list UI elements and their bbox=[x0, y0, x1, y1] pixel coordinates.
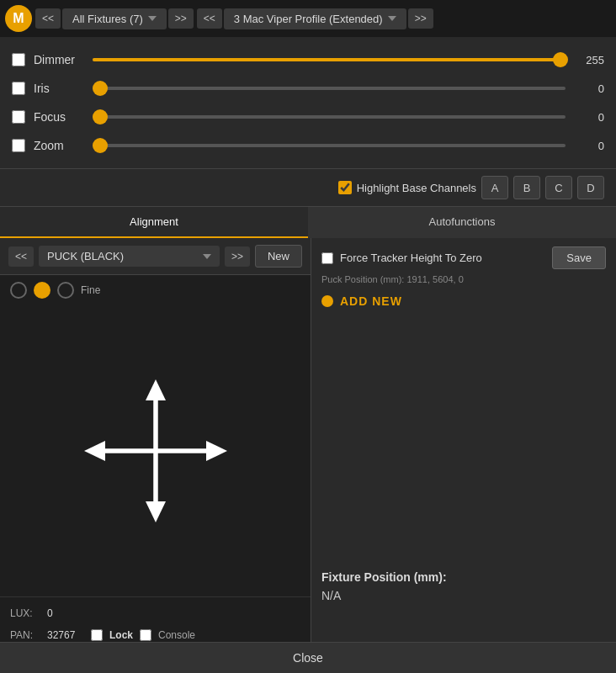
dimmer-label: Dimmer bbox=[34, 53, 84, 66]
letter-btn-c[interactable]: C bbox=[545, 176, 572, 199]
joystick-container[interactable] bbox=[0, 305, 311, 596]
force-tracker-checkbox[interactable] bbox=[321, 252, 333, 264]
zoom-track[interactable] bbox=[93, 144, 566, 147]
dimmer-thumb[interactable] bbox=[553, 52, 568, 67]
pan-console-checkbox[interactable] bbox=[140, 629, 151, 641]
dimmer-row: Dimmer 255 bbox=[12, 45, 604, 74]
puck-dropdown-icon bbox=[203, 254, 211, 259]
nav1-next-btn[interactable]: >> bbox=[168, 8, 194, 29]
precision-label: Fine bbox=[81, 284, 100, 296]
letter-btn-d[interactable]: D bbox=[577, 176, 604, 199]
save-button[interactable]: Save bbox=[552, 246, 606, 269]
lux-row: LUX: 0 bbox=[10, 602, 300, 624]
iris-value: 0 bbox=[574, 82, 604, 95]
zoom-row: Zoom 0 bbox=[12, 131, 604, 160]
nav2-dropdown-icon bbox=[388, 16, 396, 21]
joystick-svg bbox=[72, 367, 240, 535]
pan-console-label: Console bbox=[158, 629, 195, 641]
svg-marker-3 bbox=[146, 501, 166, 522]
nav-group-1: << All Fixtures (7) >> bbox=[35, 8, 194, 29]
focus-track[interactable] bbox=[93, 115, 566, 119]
nav2-label[interactable]: 3 Mac Viper Profile (Extended) bbox=[224, 8, 406, 29]
iris-row: Iris 0 bbox=[12, 74, 604, 103]
zoom-thumb[interactable] bbox=[93, 138, 108, 153]
puck-prev-btn[interactable]: << bbox=[8, 246, 34, 267]
svg-marker-1 bbox=[146, 379, 166, 400]
force-tracker-row: Force Tracker Height To Zero Save bbox=[321, 246, 606, 269]
nav1-dropdown-icon bbox=[148, 16, 157, 21]
close-bar[interactable]: Close bbox=[0, 642, 616, 673]
sliders-section: Dimmer 255 Iris 0 Focus 0 bbox=[0, 37, 616, 169]
letter-btn-a[interactable]: A bbox=[481, 176, 508, 199]
add-new-dot-icon bbox=[321, 295, 333, 307]
right-panel: Force Tracker Height To Zero Save Puck P… bbox=[311, 238, 616, 673]
force-tracker-label: Force Tracker Height To Zero bbox=[340, 252, 545, 264]
pan-value: 32767 bbox=[47, 629, 84, 641]
iris-track[interactable] bbox=[93, 87, 566, 90]
zoom-label: Zoom bbox=[34, 139, 84, 152]
new-puck-btn[interactable]: New bbox=[255, 245, 302, 268]
focus-row: Focus 0 bbox=[12, 103, 604, 131]
add-new-text: ADD NEW bbox=[340, 294, 402, 308]
tab-autofunctions[interactable]: Autofunctions bbox=[308, 207, 616, 238]
puck-position: Puck Position (mm): 1911, 5604, 0 bbox=[321, 274, 606, 284]
pan-label: PAN: bbox=[10, 629, 40, 641]
highlight-label: Highlight Base Channels bbox=[357, 182, 476, 194]
nav2-next-btn[interactable]: >> bbox=[408, 8, 433, 29]
zoom-checkbox[interactable] bbox=[12, 139, 25, 152]
lux-value: 0 bbox=[47, 607, 84, 619]
letter-btn-b[interactable]: B bbox=[513, 176, 540, 199]
nav1-label[interactable]: All Fixtures (7) bbox=[62, 8, 167, 29]
precision-fine[interactable] bbox=[34, 282, 50, 299]
precision-row: Fine bbox=[0, 275, 311, 305]
pan-lock-label: Lock bbox=[109, 629, 133, 641]
nav2-prev-btn[interactable]: << bbox=[197, 8, 222, 29]
panels-area: << PUCK (BLACK) >> New Fine bbox=[0, 238, 616, 673]
puck-next-btn[interactable]: >> bbox=[225, 246, 250, 267]
iris-thumb[interactable] bbox=[93, 81, 108, 96]
puck-label[interactable]: PUCK (BLACK) bbox=[39, 246, 220, 267]
highlight-row: Highlight Base Channels A B C D bbox=[0, 169, 616, 207]
tab-bar: Alignment Autofunctions bbox=[0, 207, 616, 238]
focus-value: 0 bbox=[574, 111, 604, 124]
puck-toolbar: << PUCK (BLACK) >> New bbox=[0, 238, 311, 275]
svg-marker-5 bbox=[84, 441, 105, 461]
dimmer-fill bbox=[93, 58, 560, 61]
focus-label: Focus bbox=[34, 110, 84, 124]
nav1-prev-btn[interactable]: << bbox=[35, 8, 61, 29]
iris-label: Iris bbox=[34, 82, 84, 95]
joystick-area: Fine bbox=[0, 275, 311, 673]
lux-label: LUX: bbox=[10, 607, 40, 619]
dimmer-value: 255 bbox=[574, 54, 604, 66]
zoom-value: 0 bbox=[574, 140, 604, 152]
fixture-position-value: N/A bbox=[321, 589, 606, 602]
precision-extra[interactable] bbox=[57, 282, 74, 299]
highlight-checkbox[interactable] bbox=[338, 181, 352, 194]
top-bar: M << All Fixtures (7) >> << 3 Mac Viper … bbox=[0, 0, 616, 37]
dimmer-track[interactable] bbox=[93, 58, 566, 61]
pan-lock-checkbox[interactable] bbox=[91, 629, 103, 641]
svg-marker-7 bbox=[206, 441, 227, 461]
precision-coarse[interactable] bbox=[10, 282, 27, 299]
iris-checkbox[interactable] bbox=[12, 82, 25, 95]
nav-group-2: << 3 Mac Viper Profile (Extended) >> bbox=[197, 8, 433, 29]
left-panel: << PUCK (BLACK) >> New Fine bbox=[0, 238, 311, 673]
focus-thumb[interactable] bbox=[93, 109, 108, 125]
dimmer-checkbox[interactable] bbox=[12, 53, 25, 66]
add-new-row[interactable]: ADD NEW bbox=[321, 294, 606, 308]
logo: M bbox=[5, 5, 32, 32]
tab-alignment[interactable]: Alignment bbox=[0, 207, 308, 238]
fixture-position-label: Fixture Position (mm): bbox=[321, 570, 606, 584]
focus-checkbox[interactable] bbox=[12, 110, 25, 124]
